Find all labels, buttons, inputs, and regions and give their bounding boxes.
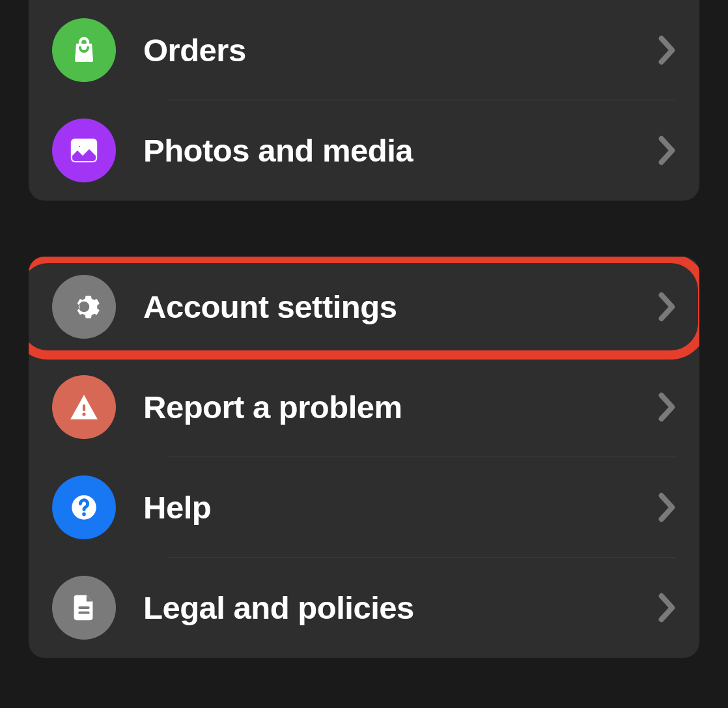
row-help-label: Help	[143, 489, 211, 526]
row-account-settings[interactable]: Account settings	[29, 257, 699, 357]
gear-icon	[52, 275, 116, 339]
svg-point-1	[77, 145, 81, 149]
photo-icon	[52, 119, 116, 182]
row-report-problem[interactable]: Report a problem	[29, 357, 699, 457]
settings-group-2: Account settings Report a problem Help	[29, 257, 699, 658]
question-icon	[52, 475, 116, 539]
chevron-right-icon	[658, 593, 676, 623]
row-photos[interactable]: Photos and media	[29, 100, 699, 201]
row-orders[interactable]: Orders	[29, 0, 699, 100]
svg-point-4	[82, 412, 85, 416]
row-legal-policies-label: Legal and policies	[143, 589, 414, 626]
row-help[interactable]: Help	[29, 457, 699, 558]
chevron-right-icon	[658, 492, 676, 522]
row-legal-policies[interactable]: Legal and policies	[29, 558, 699, 658]
chevron-right-icon	[658, 392, 676, 422]
row-orders-label: Orders	[143, 32, 246, 68]
row-report-problem-label: Report a problem	[143, 389, 402, 425]
svg-rect-3	[83, 404, 85, 411]
chevron-right-icon	[658, 35, 676, 65]
svg-rect-7	[78, 606, 89, 609]
chevron-right-icon	[658, 292, 676, 322]
svg-point-2	[81, 304, 87, 310]
document-icon	[52, 576, 116, 640]
svg-point-6	[82, 513, 86, 517]
row-account-settings-label: Account settings	[143, 289, 397, 325]
row-photos-label: Photos and media	[143, 132, 413, 169]
svg-rect-8	[78, 612, 89, 614]
settings-group-1: Orders Photos and media	[29, 0, 699, 201]
alert-icon	[52, 375, 116, 439]
shopping-bag-icon	[52, 18, 116, 82]
chevron-right-icon	[658, 135, 676, 165]
